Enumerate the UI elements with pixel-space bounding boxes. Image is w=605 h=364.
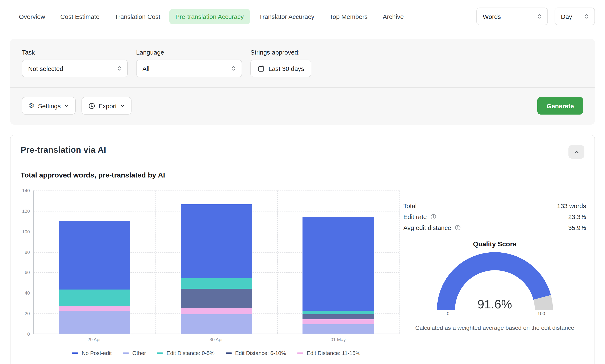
y-tick-label: 20 (25, 311, 30, 316)
y-tick-label: 100 (22, 229, 30, 234)
tab-translation-cost[interactable]: Translation Cost (108, 9, 166, 24)
bar-segment[interactable] (181, 278, 252, 288)
report-title: Pre-translation via AI (21, 145, 106, 155)
bar-segment[interactable] (302, 217, 374, 311)
quality-gauge: 91.6% (437, 252, 553, 310)
period-select[interactable]: Day (555, 8, 595, 25)
collapse-button[interactable] (568, 145, 584, 159)
legend-label: Edit Distance: 6-10% (235, 350, 286, 356)
legend-dash-icon (72, 352, 78, 354)
language-label: Language (136, 49, 242, 56)
up-down-chevrons-icon (231, 65, 236, 71)
gauge-wrap: 91.6% 0 100 (403, 252, 586, 316)
up-down-chevrons-icon (536, 13, 542, 19)
tab-top-members[interactable]: Top Members (323, 9, 374, 24)
v-gridline (155, 191, 156, 334)
page: Overview Cost Estimate Translation Cost … (0, 0, 605, 364)
y-tick-label: 40 (25, 291, 30, 296)
y-tick-label: 0 (27, 331, 30, 337)
unit-select[interactable]: Words (476, 8, 548, 25)
filter-fields: Task Not selected Language All (22, 49, 583, 77)
tab-overview[interactable]: Overview (13, 9, 52, 24)
stat-row-total: Total 133 words (403, 202, 586, 209)
bar-segment[interactable] (59, 289, 130, 306)
stat-value: 23.3% (568, 213, 586, 220)
strings-approved-label: Strings approved: (250, 49, 311, 56)
bar-segment[interactable] (181, 204, 252, 278)
tab-archive[interactable]: Archive (376, 9, 410, 24)
y-tick-label: 120 (22, 208, 30, 214)
stat-label: Total (403, 202, 417, 209)
stat-label: Edit rate (403, 213, 437, 220)
legend-dash-icon (297, 352, 303, 354)
stat-label-text: Edit rate (403, 213, 427, 220)
stat-value: 133 words (557, 202, 586, 209)
bar-segment[interactable] (302, 324, 374, 334)
bar-segment[interactable] (59, 306, 130, 311)
tab-pre-translation-accuracy[interactable]: Pre-translation Accuracy (169, 9, 250, 24)
export-button[interactable]: Export (81, 97, 132, 115)
language-field: Language All (136, 49, 242, 77)
stacked-bar-chart: 020406080100120140 29 Apr30 Apr01 May No… (19, 191, 399, 356)
stat-label-text: Total (403, 202, 417, 209)
task-select-value: Not selected (28, 65, 63, 72)
chart-plot (33, 191, 399, 334)
pre-translation-report-card: Pre-translation via AI Total approved wo… (10, 135, 595, 364)
legend-dash-icon (225, 352, 232, 354)
bar-30-apr[interactable] (181, 204, 252, 334)
date-range-button[interactable]: Last 30 days (250, 60, 311, 77)
tab-cost-estimate[interactable]: Cost Estimate (54, 9, 106, 24)
legend-label: Other (132, 350, 146, 356)
settings-button[interactable]: ⚙ Settings (22, 97, 75, 115)
legend-item[interactable]: No Post-edit (72, 350, 112, 356)
nav-selects: Words Day (476, 8, 595, 25)
quality-score-value: 91.6% (437, 298, 553, 310)
bar-segment[interactable] (59, 221, 130, 289)
task-select[interactable]: Not selected (22, 60, 128, 77)
chart-section-title: Total approved words, pre-translated by … (21, 171, 586, 180)
bar-segment[interactable] (181, 314, 252, 334)
chevron-down-icon (120, 104, 125, 108)
info-circle-icon[interactable] (454, 224, 461, 231)
bar-segment[interactable] (181, 288, 252, 308)
chevron-up-icon (573, 149, 579, 155)
chevron-down-icon (64, 104, 69, 108)
legend-item[interactable]: Other (123, 350, 146, 356)
bar-segment[interactable] (302, 311, 374, 314)
stats-panel: Total 133 words Edit rate 23.3% Avg (403, 191, 586, 356)
legend-dash-icon (157, 352, 163, 354)
gear-icon: ⚙ (28, 102, 35, 109)
x-tick-label: 29 Apr (88, 337, 101, 342)
legend-dash-icon (123, 352, 129, 354)
tabs-list: Overview Cost Estimate Translation Cost … (13, 9, 410, 24)
task-label: Task (22, 49, 128, 56)
info-circle-icon[interactable] (430, 214, 437, 220)
legend-item[interactable]: Edit Distance: 0-5% (157, 350, 215, 356)
export-button-label: Export (98, 102, 117, 109)
bar-segment[interactable] (59, 311, 130, 334)
x-tick-label: 30 Apr (209, 337, 223, 342)
bar-segment[interactable] (181, 308, 252, 314)
chart-x-axis: 29 Apr30 Apr01 May (33, 334, 399, 343)
up-down-chevrons-icon (584, 13, 590, 19)
legend-item[interactable]: Edit Distance: 11-15% (297, 350, 360, 356)
language-select[interactable]: All (136, 60, 242, 77)
legend-label: Edit Distance: 11-15% (307, 350, 360, 356)
stat-label: Avg edit distance (403, 224, 461, 231)
date-range-value: Last 30 days (268, 65, 304, 72)
bar-29-apr[interactable] (59, 221, 130, 334)
bar-segment[interactable] (302, 319, 374, 324)
language-select-value: All (142, 65, 149, 72)
legend-item[interactable]: Edit Distance: 6-10% (225, 350, 286, 356)
chart-legend: No Post-editOtherEdit Distance: 0-5%Edit… (33, 350, 399, 356)
filter-actions: ⚙ Settings Export Generate (22, 88, 583, 115)
calendar-icon (258, 65, 265, 72)
bar-segment[interactable] (302, 314, 374, 319)
generate-button[interactable]: Generate (537, 97, 583, 115)
stat-row-avg-edit-distance: Avg edit distance 35.9% (403, 224, 586, 231)
stat-row-edit-rate: Edit rate 23.3% (403, 213, 586, 220)
h-gridline (34, 191, 399, 191)
bar-01-may[interactable] (302, 217, 374, 334)
tab-translator-accuracy[interactable]: Translator Accuracy (252, 9, 321, 24)
period-select-value: Day (561, 13, 572, 20)
